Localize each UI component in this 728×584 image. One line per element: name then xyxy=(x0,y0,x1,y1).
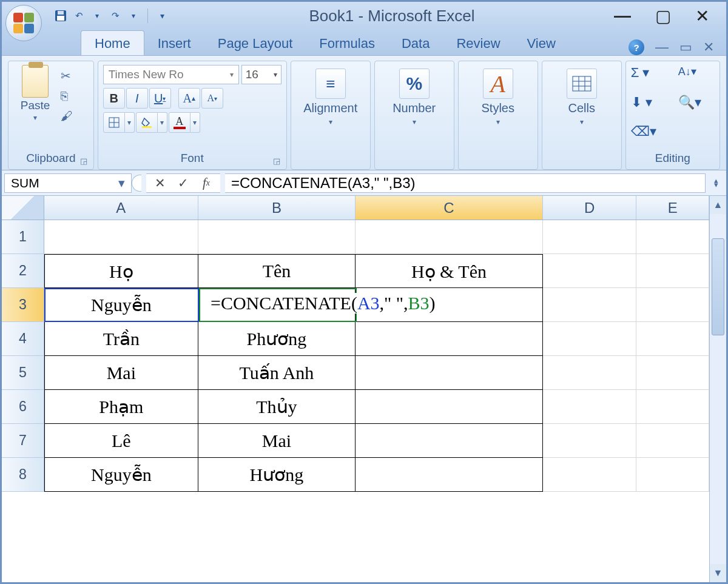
copy-icon[interactable]: ⎘ xyxy=(61,89,73,103)
help-icon[interactable]: ? xyxy=(629,39,644,55)
cell-D7[interactable] xyxy=(543,424,636,458)
cell-E7[interactable] xyxy=(636,424,709,458)
cell-C4[interactable] xyxy=(356,322,543,356)
cell-E6[interactable] xyxy=(636,390,709,424)
select-all-corner[interactable] xyxy=(2,196,44,220)
cell-C2[interactable]: Họ & Tên xyxy=(356,254,543,288)
underline-button[interactable]: U▾ xyxy=(149,88,171,109)
undo-icon[interactable]: ↶ xyxy=(71,8,87,24)
cell-E3[interactable] xyxy=(636,288,709,322)
cell-B1[interactable] xyxy=(198,220,356,254)
cell-B4[interactable]: Phương xyxy=(198,322,356,356)
cell-E1[interactable] xyxy=(636,220,709,254)
autosum-icon[interactable]: Σ ▾ xyxy=(631,65,670,81)
cell-E5[interactable] xyxy=(636,356,709,390)
fx-button[interactable]: fx xyxy=(196,175,217,192)
ribbon-close-icon[interactable]: ✕ xyxy=(703,39,714,55)
col-header-C[interactable]: C xyxy=(356,196,543,220)
cell-D6[interactable] xyxy=(543,390,636,424)
cell-C8[interactable] xyxy=(356,458,543,492)
enter-formula-button[interactable]: ✓ xyxy=(173,175,194,192)
office-button[interactable] xyxy=(5,5,42,41)
row-header-7[interactable]: 7 xyxy=(2,424,44,458)
italic-button[interactable]: I xyxy=(126,88,148,109)
row-header-1[interactable]: 1 xyxy=(2,220,44,254)
cell-A6[interactable]: Phạm xyxy=(44,390,198,424)
row-header-3[interactable]: 3 xyxy=(2,288,44,322)
number-button[interactable]: %Number▾ xyxy=(381,65,448,126)
col-header-A[interactable]: A xyxy=(44,196,198,220)
cell-D3[interactable] xyxy=(543,288,636,322)
tab-review[interactable]: Review xyxy=(443,31,513,55)
cut-icon[interactable]: ✂ xyxy=(61,69,73,83)
formula-input[interactable]: =CONCATENATE(A3," ",B3) xyxy=(225,173,706,193)
tab-data[interactable]: Data xyxy=(388,31,443,55)
ribbon-restore-icon[interactable]: ▭ xyxy=(679,39,692,55)
row-header-8[interactable]: 8 xyxy=(2,458,44,492)
font-color-button[interactable]: A ▾ xyxy=(169,112,200,133)
redo-caret-icon[interactable]: ▾ xyxy=(126,8,141,24)
font-size-combo[interactable]: 16▾ xyxy=(241,65,281,84)
cell-editing-overlay[interactable]: =CONCATENATE(A3," ",B3) xyxy=(208,293,438,314)
minimize-button[interactable]: — xyxy=(614,6,631,26)
cell-C1[interactable] xyxy=(356,220,543,254)
cell-A2[interactable]: Họ xyxy=(44,254,198,288)
scroll-thumb[interactable] xyxy=(712,238,724,335)
increase-font-button[interactable]: A▴ xyxy=(178,88,200,109)
cell-E4[interactable] xyxy=(636,322,709,356)
scroll-up-icon[interactable]: ▲ xyxy=(713,196,723,214)
cell-C7[interactable] xyxy=(356,424,543,458)
row-header-2[interactable]: 2 xyxy=(2,254,44,288)
scroll-down-icon[interactable]: ▼ xyxy=(713,564,723,582)
styles-button[interactable]: AStyles▾ xyxy=(465,65,531,126)
col-header-B[interactable]: B xyxy=(198,196,356,220)
col-header-E[interactable]: E xyxy=(636,196,709,220)
cells-button[interactable]: Cells▾ xyxy=(548,65,615,126)
paste-button[interactable]: Paste ▾ xyxy=(13,65,57,122)
row-header-6[interactable]: 6 xyxy=(2,390,44,424)
alignment-button[interactable]: ≡Alignment▾ xyxy=(297,65,364,126)
cell-C6[interactable] xyxy=(356,390,543,424)
cell-D8[interactable] xyxy=(543,458,636,492)
cell-D2[interactable] xyxy=(543,254,636,288)
fill-color-button[interactable]: ▾ xyxy=(136,112,167,133)
font-dialog-icon[interactable]: ◲ xyxy=(273,156,280,166)
cell-C5[interactable] xyxy=(356,356,543,390)
decrease-font-button[interactable]: A▾ xyxy=(201,88,223,109)
cell-E8[interactable] xyxy=(636,458,709,492)
vertical-scrollbar[interactable]: ▲ ▼ xyxy=(709,196,726,582)
clipboard-dialog-icon[interactable]: ◲ xyxy=(80,156,87,166)
cell-B2[interactable]: Tên xyxy=(198,254,356,288)
cell-A5[interactable]: Mai xyxy=(44,356,198,390)
border-button[interactable]: ▾ xyxy=(103,112,135,133)
name-box-caret-icon[interactable]: ▾ xyxy=(113,176,125,190)
cell-B7[interactable]: Mai xyxy=(198,424,356,458)
cell-B6[interactable]: Thủy xyxy=(198,390,356,424)
tab-insert[interactable]: Insert xyxy=(144,31,204,55)
row-header-4[interactable]: 4 xyxy=(2,322,44,356)
redo-icon[interactable]: ↷ xyxy=(107,8,123,24)
name-box[interactable]: SUM ▾ xyxy=(4,173,132,193)
maximize-button[interactable]: ▢ xyxy=(655,6,671,26)
fill-icon[interactable]: ⬇ ▾ xyxy=(631,95,670,110)
cell-A1[interactable] xyxy=(44,220,198,254)
cell-D1[interactable] xyxy=(543,220,636,254)
cancel-formula-button[interactable]: ✕ xyxy=(150,175,170,192)
col-header-D[interactable]: D xyxy=(543,196,636,220)
cell-B8[interactable]: Hương xyxy=(198,458,356,492)
bold-button[interactable]: B xyxy=(103,88,125,109)
cell-D4[interactable] xyxy=(543,322,636,356)
formula-bar-expand-button[interactable]: ▴▾ xyxy=(708,173,724,193)
tab-formulas[interactable]: Formulas xyxy=(306,31,388,55)
cell-A7[interactable]: Lê xyxy=(44,424,198,458)
ribbon-minimize-icon[interactable]: — xyxy=(655,39,669,55)
find-icon[interactable]: 🔍▾ xyxy=(678,95,715,110)
format-painter-icon[interactable]: 🖌 xyxy=(61,109,73,123)
cell-D5[interactable] xyxy=(543,356,636,390)
undo-caret-icon[interactable]: ▾ xyxy=(89,8,105,24)
qat-customize-icon[interactable]: ▾ xyxy=(154,8,170,24)
cell-B5[interactable]: Tuấn Anh xyxy=(198,356,356,390)
tab-page-layout[interactable]: Page Layout xyxy=(204,31,306,55)
font-name-combo[interactable]: Times New Ro▾ xyxy=(103,65,239,84)
cell-A4[interactable]: Trần xyxy=(44,322,198,356)
